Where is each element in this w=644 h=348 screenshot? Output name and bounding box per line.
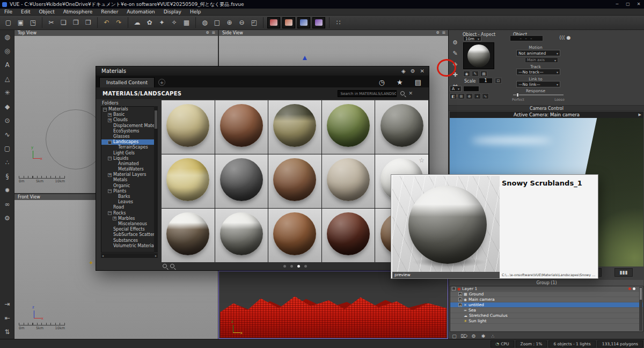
tree-item-material-layers[interactable]: +Material Layers — [101, 172, 157, 177]
settings-icon[interactable]: ⚙ — [411, 68, 415, 74]
tree-item-liquids[interactable]: −Liquids — [101, 156, 157, 161]
thumbnail-zoom-in-icon[interactable] — [163, 264, 167, 268]
tree-expander-icon[interactable]: + — [113, 217, 116, 220]
close-button[interactable]: ✕ — [633, 0, 644, 9]
material-thumbnail[interactable] — [322, 100, 375, 154]
tree-item-light-gels[interactable]: Light Gels — [101, 151, 157, 156]
smooth-icon[interactable]: ∿ — [482, 93, 489, 99]
planet-tool-icon[interactable]: ⊙ — [0, 114, 14, 128]
options-tool-icon[interactable]: ⚙ — [0, 211, 14, 225]
text-tool-icon[interactable]: A — [0, 58, 14, 72]
layer-status-icons[interactable] — [628, 287, 635, 290]
scroll-left-icon[interactable]: ◂ — [102, 253, 104, 258]
network-render-button[interactable] — [297, 17, 310, 28]
viewport-settings-icon[interactable]: ⚙ — [436, 30, 439, 36]
materials-dialog-titlebar[interactable]: Materials ◈⚙✕ — [96, 66, 429, 76]
zoom-status[interactable]: Zoom : 1% — [516, 340, 547, 347]
undo-icon[interactable]: ↶ — [101, 17, 112, 28]
tree-horizontal-scrollbar[interactable]: ◂▸ — [101, 253, 158, 258]
fit-view-icon[interactable]: ◰ — [248, 17, 260, 28]
tree-item-displacement-materials[interactable]: Displacement Materials — [101, 123, 157, 129]
color-swatch[interactable] — [463, 86, 479, 92]
tree-expander-icon[interactable]: − — [103, 108, 107, 112]
tree-item-materials[interactable]: −Materials — [101, 107, 157, 112]
tree-item-rocks[interactable]: −Rocks — [101, 211, 157, 216]
main-axis-dropdown[interactable]: Main axis▾ — [525, 57, 558, 63]
tree-expander-icon[interactable]: − — [108, 189, 112, 193]
material-thumbnail[interactable] — [268, 100, 321, 154]
side-view-header[interactable]: Side View ⚙☰ — [219, 30, 448, 36]
material-thumbnail[interactable] — [268, 209, 321, 262]
vegetation-tool-icon[interactable]: ✳ — [0, 86, 14, 100]
page-dot[interactable] — [304, 265, 307, 268]
tree-item-subsurface-scattering[interactable]: SubSurface Scattering — [101, 232, 157, 238]
object-paint-icon[interactable]: ✎ — [449, 48, 462, 59]
clear-search-icon[interactable]: ✕ — [408, 91, 413, 96]
copy-icon[interactable]: ❏ — [58, 17, 69, 28]
tree-item-miscelaneous[interactable]: Miscelaneous — [101, 221, 157, 227]
layer-row-ground[interactable]: +▦Ground — [450, 292, 643, 297]
scale-lock-icon[interactable]: ⊡ — [495, 78, 502, 84]
node-graph-icon[interactable]: ∷ — [333, 17, 344, 28]
scatter-tool-icon[interactable]: ∴ — [0, 156, 14, 169]
visibility-icon[interactable]: ◉ — [463, 71, 470, 77]
material-thumbnail[interactable] — [375, 100, 428, 154]
duplicate-icon[interactable]: ❒ — [83, 17, 94, 28]
redo-icon[interactable]: ↷ — [113, 17, 125, 28]
minimize-button[interactable]: ─ — [612, 0, 623, 9]
export-tool-icon[interactable]: ⇥ — [0, 297, 14, 311]
page-dot[interactable] — [297, 265, 300, 268]
tree-item-metawaters[interactable]: MetaWaters — [101, 167, 157, 172]
tree-item-volumetric-materials[interactable]: Volumetric Materials — [101, 243, 157, 249]
close-icon[interactable]: ✕ — [420, 68, 425, 74]
center-icon[interactable]: ⊕ — [466, 93, 473, 99]
tree-expander-icon[interactable]: + — [108, 119, 112, 122]
tree-item-barks[interactable]: Barks — [101, 194, 157, 199]
tree-item-plants[interactable]: −Plants — [101, 189, 157, 194]
paste-icon[interactable]: ❐ — [70, 17, 82, 28]
menu-file[interactable]: File — [0, 9, 17, 15]
import-tool-icon[interactable]: ⇤ — [0, 311, 14, 325]
rotation-widget[interactable]: ⟨⟨⟨ ● — [559, 35, 570, 40]
favorites-icon[interactable]: ★ — [397, 78, 403, 86]
curve-tool-icon[interactable]: ∿ — [0, 128, 14, 142]
tree-expander-icon[interactable]: − — [108, 157, 112, 160]
cut-icon[interactable]: ✂ — [46, 17, 57, 28]
layer-row-main-camera[interactable]: +◉Main camera — [450, 297, 643, 302]
object-marker-icon[interactable]: ✦ — [89, 260, 93, 266]
preview-render-button[interactable] — [282, 17, 295, 28]
tree-item-road[interactable]: Road — [101, 205, 157, 210]
primitive-tool-icon[interactable]: ▢ — [0, 142, 14, 156]
tree-expander-icon[interactable]: − — [108, 211, 112, 215]
search-icon[interactable] — [400, 91, 405, 95]
link-tool-icon[interactable]: ∞ — [0, 197, 14, 211]
menu-automation[interactable]: Automation — [122, 9, 159, 15]
layer-expander-icon[interactable]: + — [458, 298, 462, 301]
motion-dropdown[interactable]: Not animated▾ — [516, 50, 560, 56]
snap-icon[interactable]: ⊞ — [458, 93, 465, 99]
layer-row-sea[interactable]: ≈Sea — [450, 308, 643, 313]
maximize-button[interactable]: ▢ — [623, 0, 633, 9]
tree-item-organic[interactable]: Organic — [101, 183, 157, 189]
atmosphere-editor-icon[interactable]: ☁ — [131, 17, 143, 28]
viewport-menu-icon[interactable]: ☰ — [442, 30, 445, 36]
favorite-star-icon[interactable]: ☆ — [419, 157, 425, 164]
material-thumbnail[interactable] — [162, 154, 215, 208]
tree-item-leaves[interactable]: Leaves — [101, 199, 157, 205]
zoom-in-icon[interactable]: ⊕ — [224, 17, 235, 28]
window-titlebar[interactable]: VUE - C:¥Users¥kibde¥OneDrive¥ドキュメント¥e-o… — [0, 0, 644, 9]
material-thumbnail[interactable] — [322, 154, 375, 208]
zoom-out-icon[interactable]: ⊖ — [236, 17, 247, 28]
object-settings-icon[interactable]: ⚙ — [449, 38, 462, 48]
recent-icon[interactable]: ◷ — [379, 78, 385, 86]
histogram-icon[interactable]: ▮▮▮ — [614, 268, 633, 277]
top-view-header[interactable]: Top View ⚙☰ — [14, 30, 218, 36]
rock-tool-icon[interactable]: ◆ — [0, 100, 14, 114]
target-icon[interactable]: ⌖ — [474, 93, 481, 99]
tree-item-marbles[interactable]: +Marbles — [101, 216, 157, 221]
torus-tool-icon[interactable]: ◎ — [0, 44, 14, 58]
spiral-tool-icon[interactable]: § — [0, 169, 14, 183]
scroll-right-icon[interactable]: ▸ — [155, 253, 157, 258]
tree-expander-icon[interactable]: − — [108, 140, 112, 144]
page-dot[interactable] — [283, 265, 286, 268]
